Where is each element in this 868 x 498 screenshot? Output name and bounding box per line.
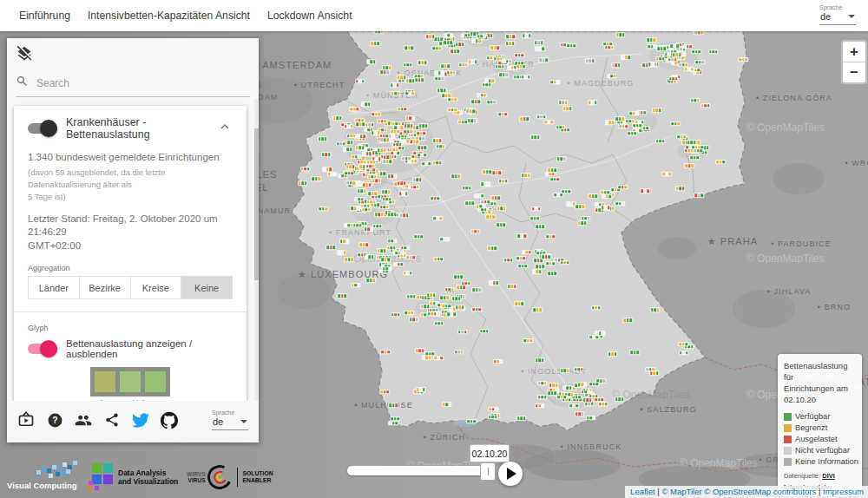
hospital-marker[interactable]	[677, 134, 687, 140]
hospital-marker[interactable]	[362, 182, 372, 187]
hospital-marker[interactable]	[691, 49, 701, 55]
hospital-marker[interactable]	[738, 57, 748, 62]
hospital-marker[interactable]	[589, 382, 599, 387]
hospital-marker[interactable]	[371, 131, 381, 136]
hospital-marker[interactable]	[447, 97, 457, 102]
hospital-marker[interactable]	[489, 407, 499, 412]
hospital-marker[interactable]	[440, 296, 450, 301]
hospital-marker[interactable]	[377, 119, 387, 124]
hospital-marker[interactable]	[344, 124, 354, 129]
hospital-marker[interactable]	[600, 190, 610, 195]
hospital-marker[interactable]	[387, 174, 398, 180]
aggregation-keine[interactable]: Keine	[181, 276, 233, 299]
hospital-marker[interactable]	[352, 223, 363, 228]
hospital-marker[interactable]	[700, 103, 711, 108]
hospital-marker[interactable]	[535, 224, 545, 229]
hospital-marker[interactable]	[405, 116, 416, 121]
hospital-marker[interactable]	[611, 62, 621, 68]
hospital-marker[interactable]	[403, 129, 413, 134]
hospital-marker[interactable]	[591, 305, 602, 311]
hospital-marker[interactable]	[468, 59, 478, 64]
hospital-marker[interactable]	[318, 206, 328, 212]
hospital-marker[interactable]	[462, 186, 472, 191]
hospital-marker[interactable]	[352, 181, 363, 187]
hospital-marker[interactable]	[404, 311, 415, 316]
timeline-slider-track[interactable]	[347, 466, 495, 475]
hospital-marker[interactable]	[433, 257, 444, 262]
hospital-marker[interactable]	[516, 416, 527, 422]
hospital-marker[interactable]	[479, 329, 490, 334]
hospital-marker[interactable]	[648, 44, 658, 49]
hospital-marker[interactable]	[455, 305, 465, 310]
hospital-marker[interactable]	[604, 45, 615, 50]
hospital-marker[interactable]	[577, 221, 588, 226]
hospital-marker[interactable]	[368, 192, 378, 197]
hospital-marker[interactable]	[391, 312, 401, 318]
hospital-marker[interactable]	[339, 239, 350, 244]
hospital-marker[interactable]	[615, 396, 625, 402]
hospital-marker[interactable]	[421, 161, 431, 167]
hospital-marker[interactable]	[589, 193, 599, 199]
hospital-marker[interactable]	[490, 45, 501, 50]
hospital-marker[interactable]	[482, 82, 492, 88]
hospital-marker[interactable]	[405, 78, 416, 83]
hospital-marker[interactable]	[535, 264, 545, 269]
hospital-marker[interactable]	[672, 52, 682, 57]
hospital-marker[interactable]	[547, 271, 557, 276]
hospital-marker[interactable]	[371, 112, 381, 117]
hospital-marker[interactable]	[477, 207, 488, 213]
hospital-marker[interactable]	[433, 356, 444, 361]
hospital-marker[interactable]	[544, 120, 555, 125]
hospital-marker[interactable]	[556, 395, 567, 400]
hospital-marker[interactable]	[682, 44, 693, 49]
hospital-marker[interactable]	[446, 312, 457, 318]
hospital-marker[interactable]	[397, 75, 407, 81]
hospital-marker[interactable]	[450, 174, 461, 180]
hospital-marker[interactable]	[480, 181, 490, 187]
hospital-marker[interactable]	[379, 205, 390, 210]
hospital-marker[interactable]	[374, 213, 385, 218]
hospital-marker[interactable]	[582, 397, 593, 403]
hospital-marker[interactable]	[442, 402, 452, 407]
hospital-marker[interactable]	[364, 227, 374, 233]
hospital-marker[interactable]	[355, 146, 365, 151]
hospital-marker[interactable]	[454, 350, 464, 355]
hospital-marker[interactable]	[496, 222, 507, 227]
hospital-marker[interactable]	[647, 37, 657, 43]
hospital-marker[interactable]	[300, 167, 311, 172]
hospital-marker[interactable]	[409, 318, 419, 323]
visual-computing-logo[interactable]: Visual Computing	[7, 458, 85, 493]
hospital-marker[interactable]	[404, 46, 414, 51]
hospital-marker[interactable]	[537, 381, 548, 386]
hospital-marker[interactable]	[562, 385, 573, 390]
hospital-marker[interactable]	[671, 121, 681, 127]
hospital-marker[interactable]	[549, 177, 560, 182]
aggregation-länder[interactable]: Länder	[28, 276, 80, 299]
osm-link[interactable]: © OpenStreetMap contributors	[704, 487, 816, 496]
hospital-marker[interactable]	[403, 271, 413, 276]
hospital-marker[interactable]	[514, 53, 524, 58]
hospital-marker[interactable]	[406, 294, 417, 299]
hospital-marker[interactable]	[498, 72, 509, 77]
hospital-marker[interactable]	[397, 107, 407, 112]
hospital-marker[interactable]	[532, 269, 542, 274]
hospital-marker[interactable]	[566, 43, 576, 49]
hospital-marker[interactable]	[678, 342, 688, 347]
timeline-slider-handle[interactable]	[480, 462, 496, 481]
hospital-marker[interactable]	[465, 109, 476, 115]
hospital-marker[interactable]	[397, 180, 407, 186]
wirvsvirus-logo[interactable]: WIRVS VIRUS SOLUTION ENABLER	[187, 465, 273, 489]
hospital-marker[interactable]	[485, 214, 496, 220]
hospital-marker[interactable]	[318, 136, 328, 141]
hospital-marker[interactable]	[454, 274, 464, 279]
hospital-marker[interactable]	[444, 287, 455, 292]
hospital-marker[interactable]	[418, 61, 428, 66]
hospital-marker[interactable]	[492, 171, 503, 176]
hospital-marker[interactable]	[390, 83, 400, 88]
nav-tab-3[interactable]: Lockdown Ansicht	[259, 0, 361, 31]
hospital-marker[interactable]	[467, 119, 477, 124]
hospital-marker[interactable]	[437, 88, 447, 93]
hospital-marker[interactable]	[365, 255, 375, 260]
hospital-marker[interactable]	[534, 40, 544, 45]
hospital-marker[interactable]	[393, 262, 404, 267]
